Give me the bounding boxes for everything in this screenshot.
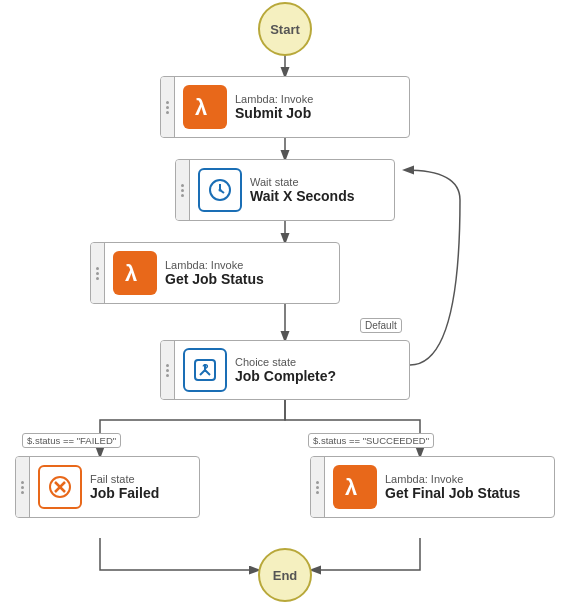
failed-condition-label: $.status == "FAILED" (22, 433, 121, 448)
get-job-status-handle (91, 243, 105, 303)
svg-text:λ: λ (345, 475, 357, 500)
get-final-status-node[interactable]: λ Lambda: Invoke Get Final Job Status (310, 456, 555, 518)
get-job-status-type: Lambda: Invoke (165, 259, 264, 271)
start-label: Start (270, 22, 300, 37)
job-failed-text: Fail state Job Failed (90, 473, 159, 501)
job-complete-icon: ? (183, 348, 227, 392)
get-job-status-icon: λ (113, 251, 157, 295)
svg-text:λ: λ (195, 95, 207, 120)
get-job-status-node[interactable]: λ Lambda: Invoke Get Job Status (90, 242, 340, 304)
succeeded-label: $.status == "SUCCEEDED" (313, 435, 429, 446)
wait-state-title: Wait X Seconds (250, 188, 355, 204)
default-label: Default (365, 320, 397, 331)
workflow-diagram: Start λ Lambda: Invoke Submit Job (0, 0, 570, 610)
job-complete-title: Job Complete? (235, 368, 336, 384)
job-complete-handle (161, 341, 175, 399)
svg-point-8 (219, 189, 222, 192)
wait-state-handle (176, 160, 190, 220)
submit-job-handle (161, 77, 175, 137)
get-job-status-text: Lambda: Invoke Get Job Status (165, 259, 264, 287)
job-complete-type: Choice state (235, 356, 336, 368)
submit-job-node[interactable]: λ Lambda: Invoke Submit Job (160, 76, 410, 138)
get-final-status-text: Lambda: Invoke Get Final Job Status (385, 473, 520, 501)
get-final-status-icon: λ (333, 465, 377, 509)
submit-job-icon: λ (183, 85, 227, 129)
submit-job-title: Submit Job (235, 105, 313, 121)
job-failed-node[interactable]: Fail state Job Failed (15, 456, 200, 518)
default-condition-label: Default (360, 318, 402, 333)
submit-job-text: Lambda: Invoke Submit Job (235, 93, 313, 121)
wait-state-type: Wait state (250, 176, 355, 188)
start-node: Start (258, 2, 312, 56)
get-final-status-type: Lambda: Invoke (385, 473, 520, 485)
end-node: End (258, 548, 312, 602)
job-complete-text: Choice state Job Complete? (235, 356, 336, 384)
svg-text:λ: λ (125, 261, 137, 286)
wait-state-text: Wait state Wait X Seconds (250, 176, 355, 204)
succeeded-condition-label: $.status == "SUCCEEDED" (308, 433, 434, 448)
failed-label: $.status == "FAILED" (27, 435, 116, 446)
job-failed-handle (16, 457, 30, 517)
wait-state-node[interactable]: Wait state Wait X Seconds (175, 159, 395, 221)
job-complete-node[interactable]: ? Choice state Job Complete? (160, 340, 410, 400)
svg-text:?: ? (202, 362, 209, 374)
submit-job-type: Lambda: Invoke (235, 93, 313, 105)
wait-state-icon (198, 168, 242, 212)
end-label: End (273, 568, 298, 583)
get-final-status-handle (311, 457, 325, 517)
get-final-status-title: Get Final Job Status (385, 485, 520, 501)
get-job-status-title: Get Job Status (165, 271, 264, 287)
job-failed-title: Job Failed (90, 485, 159, 501)
job-failed-type: Fail state (90, 473, 159, 485)
job-failed-icon (38, 465, 82, 509)
